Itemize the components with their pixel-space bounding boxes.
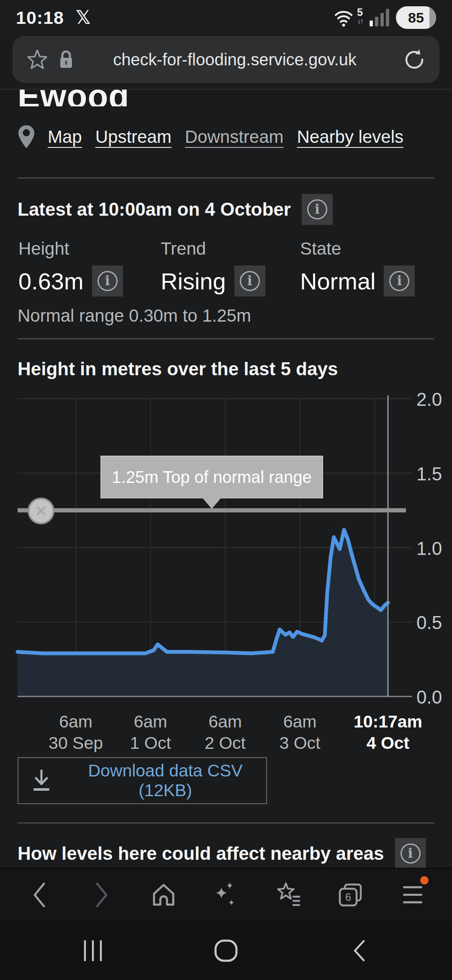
url-text[interactable]: check-for-flooding.service.gov.uk xyxy=(74,50,395,69)
divider xyxy=(18,178,434,178)
threshold-tooltip-label: 1.25m Top of normal range xyxy=(112,468,311,487)
metric-trend: Trend Rising i xyxy=(161,239,265,297)
latest-info-button[interactable]: i xyxy=(302,194,333,225)
bookmark-star-list-icon xyxy=(275,882,302,908)
tab-count: 6 xyxy=(345,891,351,903)
nav-link-downstream[interactable]: Downstream xyxy=(185,127,284,147)
x-notification-icon: 𝕏 xyxy=(76,8,90,27)
tooltip-pointer xyxy=(202,497,222,509)
x-tick-label: 6am30 Sep xyxy=(49,711,103,754)
info-icon: i xyxy=(307,199,327,219)
bookmarks-button[interactable] xyxy=(263,872,313,918)
recent-apps-button[interactable] xyxy=(74,930,112,972)
handle-cross-icon: ✕ xyxy=(35,503,47,519)
forward-chevron-icon xyxy=(95,882,109,908)
metric-label: Trend xyxy=(161,239,265,259)
river-level-chart: 0.00.51.01.52.0 6am30 Sep6am1 Oct6am2 Oc… xyxy=(0,389,452,758)
secure-lock-icon xyxy=(58,49,74,70)
wifi-generation-label: 5 xyxy=(357,7,363,18)
wifi-traffic-arrows: ↓↑ xyxy=(357,18,363,25)
download-icon xyxy=(32,769,51,792)
chart-heading-row: Height in metres over the last 5 days xyxy=(18,358,338,379)
menu-button[interactable] xyxy=(388,872,438,918)
info-icon: i xyxy=(240,271,260,291)
nav-link-map[interactable]: Map xyxy=(48,127,82,147)
x-tick-label: 10:17am4 Oct xyxy=(354,711,422,754)
wifi-arcs-icon xyxy=(334,8,356,27)
y-tick-label: 0.5 xyxy=(416,614,442,632)
back-button[interactable] xyxy=(14,872,64,918)
sparkles-icon xyxy=(213,881,239,909)
hamburger-menu-icon xyxy=(402,885,423,905)
divider xyxy=(18,823,434,823)
page-title: Ewood xyxy=(18,90,434,106)
height-info-button[interactable]: i xyxy=(92,266,123,297)
status-icons: 5 ↓↑ 85 xyxy=(334,6,436,29)
tabs-icon: 6 xyxy=(338,883,362,907)
android-home-button[interactable] xyxy=(207,930,245,972)
nearby-heading: How levels here could affect nearby area… xyxy=(18,843,384,864)
x-tick-label: 6am2 Oct xyxy=(205,711,246,754)
recents-icon xyxy=(83,940,103,961)
back-chevron-icon xyxy=(32,882,46,908)
wifi-icon: 5 ↓↑ xyxy=(334,8,363,27)
threshold-drag-handle[interactable]: ✕ xyxy=(28,498,54,524)
home-squircle-icon xyxy=(214,939,238,962)
latest-heading-row: Latest at 10:00am on 4 October i xyxy=(18,194,333,225)
metric-value: Normal xyxy=(300,268,375,295)
nearby-heading-row: How levels here could affect nearby area… xyxy=(18,838,426,869)
wifi-labels: 5 ↓↑ xyxy=(357,7,363,25)
metric-value: 0.63m xyxy=(18,268,84,295)
download-csv-button[interactable]: Download data CSV (12KB) xyxy=(18,757,267,804)
home-button[interactable] xyxy=(139,872,189,918)
y-tick-label: 2.0 xyxy=(416,390,442,409)
battery-percent: 85 xyxy=(408,10,424,26)
metric-height: Height 0.63m i xyxy=(18,239,123,297)
android-back-button[interactable] xyxy=(340,930,378,972)
reload-icon[interactable] xyxy=(403,49,425,70)
normal-range-text: Normal range 0.30m to 1.25m xyxy=(18,306,251,326)
divider xyxy=(18,338,434,339)
station-nav: Map Upstream Downstream Nearby levels xyxy=(18,125,439,149)
trend-info-button[interactable]: i xyxy=(234,266,265,297)
map-pin-icon xyxy=(18,125,35,149)
metric-state: State Normal i xyxy=(300,239,415,297)
home-icon xyxy=(151,882,177,908)
level-chart-plot[interactable] xyxy=(0,389,452,712)
x-tick-label: 6am3 Oct xyxy=(280,711,321,754)
forward-button[interactable] xyxy=(77,872,127,918)
bookmark-star-icon[interactable] xyxy=(27,49,48,70)
chart-heading: Height in metres over the last 5 days xyxy=(18,358,338,379)
phone-screen: 10:18 𝕏 5 ↓↑ 85 xyxy=(0,0,452,980)
nav-link-upstream[interactable]: Upstream xyxy=(95,127,172,147)
browser-toolbar: 6 xyxy=(0,868,452,921)
ai-assistant-button[interactable] xyxy=(201,872,251,918)
metric-value: Rising xyxy=(161,268,226,295)
download-csv-label: Download data CSV (12KB) xyxy=(64,761,266,800)
y-tick-label: 0.0 xyxy=(416,688,442,707)
latest-heading: Latest at 10:00am on 4 October xyxy=(18,199,291,220)
y-tick-label: 1.0 xyxy=(416,539,442,558)
battery-indicator: 85 xyxy=(396,6,436,29)
threshold-tooltip: 1.25m Top of normal range xyxy=(100,456,323,498)
nearby-info-button[interactable]: i xyxy=(395,838,426,869)
x-tick-label: 6am1 Oct xyxy=(130,711,171,754)
clock: 10:18 xyxy=(16,8,64,28)
signal-strength-icon xyxy=(370,9,389,26)
y-tick-label: 1.5 xyxy=(416,465,442,483)
android-back-chevron-icon xyxy=(353,940,365,962)
android-navigation-bar xyxy=(0,921,452,980)
state-info-button[interactable]: i xyxy=(384,266,415,297)
metric-label: Height xyxy=(18,239,123,259)
address-bar[interactable]: check-for-flooding.service.gov.uk xyxy=(13,36,439,83)
menu-notification-dot xyxy=(420,876,429,885)
station-title-clipped: Ewood xyxy=(18,90,434,106)
status-bar: 10:18 𝕏 5 ↓↑ 85 xyxy=(0,0,452,35)
metric-label: State xyxy=(300,239,415,259)
info-icon: i xyxy=(98,271,118,291)
tabs-button[interactable]: 6 xyxy=(325,872,375,918)
info-icon: i xyxy=(401,843,421,864)
nav-link-nearby-levels[interactable]: Nearby levels xyxy=(297,127,403,147)
info-icon: i xyxy=(389,271,409,291)
battery-empty-segment xyxy=(429,6,436,29)
